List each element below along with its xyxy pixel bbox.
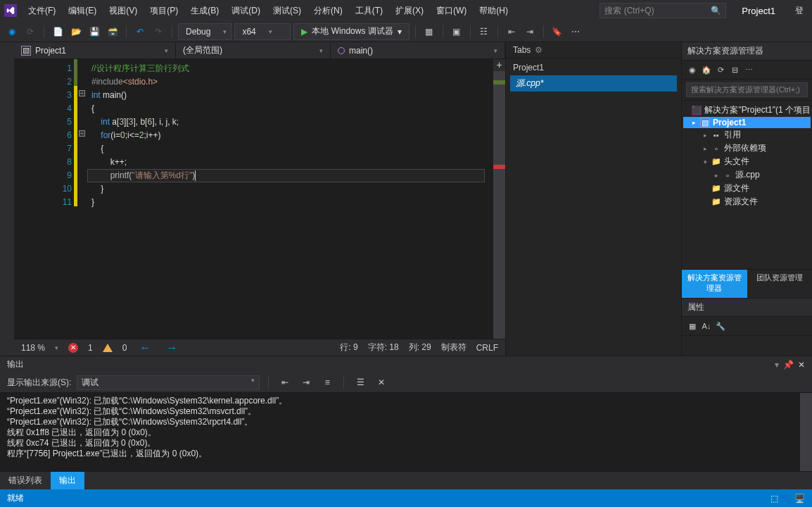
menu-工具(T)[interactable]: 工具(T) [350,2,388,20]
platform-dropdown[interactable]: x64▾ [234,23,291,40]
line-number: 9 [14,169,72,182]
out-tb-3[interactable]: ≡ [319,375,335,390]
back-nav-icon[interactable]: ◉ [4,24,20,39]
props-az-icon[interactable]: A↓ [700,320,713,332]
tree-resources[interactable]: 📁资源文件 [683,195,811,208]
warning-icon[interactable] [103,344,113,352]
menu-帮助(H)[interactable]: 帮助(H) [474,2,514,20]
tree-project[interactable]: ▸▧Project1 [683,117,811,128]
output-dropdown-icon[interactable]: ▾ [775,360,779,370]
side-tab-explorer[interactable]: 解决方案资源管理器 [682,270,747,298]
pin-icon[interactable]: 📌 [783,360,794,370]
tb-indent-r[interactable]: ⇥ [522,24,538,39]
editor-nav-project[interactable]: ▧ Project1 ▾ [14,42,176,58]
tree-source-file[interactable]: ▸▫源.cpp [683,168,811,182]
tree-solution[interactable]: ⬛解决方案"Project1"(1 个项目 [683,104,811,117]
save-all-icon[interactable]: 🗃️ [105,24,120,39]
status-icon[interactable]: 🖥️ [794,494,805,503]
out-tb-1[interactable]: ⇤ [277,375,293,390]
login-button[interactable]: 登 [791,5,808,17]
tree-refs[interactable]: ▸▪▪引用 [683,128,811,142]
side-tab-team[interactable]: 团队资源管理 [747,270,813,298]
code-line[interactable]: #include<stdio.h> [91,75,493,89]
output-scrollbar[interactable] [800,393,812,471]
close-icon[interactable]: ✕ [798,360,805,370]
open-icon[interactable]: 📂 [68,24,84,39]
output-toolbar: 显示输出来源(S): 调试 ⇤ ⇥ ≡ ☰ ✕ [0,373,812,393]
code-content[interactable]: //设计程序计算三阶行列式#include<stdio.h>int main()… [87,59,493,339]
undo-icon[interactable]: ↶ [132,24,148,39]
fold-toggle[interactable]: − [79,130,85,137]
editor-nav-scope[interactable]: (全局范围) ▾ [176,42,331,58]
start-debug-button[interactable]: ▶ 本地 Windows 调试器 ▾ [293,23,409,40]
fold-toggle[interactable]: − [79,90,85,96]
out-tb-clear[interactable]: ✕ [374,375,389,390]
code-line[interactable]: int a[3][3], b[6], i, j, k; [91,115,493,129]
tree-ext[interactable]: ▸▫外部依赖项 [683,142,811,155]
tab-output[interactable]: 输出 [51,472,84,489]
menu-生成(B)[interactable]: 生成(B) [185,2,224,20]
tb-indent-l[interactable]: ⇤ [504,24,519,39]
tree-headers[interactable]: ▾📁头文件 [683,155,811,168]
sync-icon[interactable]: ⟳ [714,63,727,76]
code-line[interactable]: } [91,196,493,209]
nav-fwd-icon[interactable]: → [163,342,180,354]
code-line[interactable]: k++; [91,156,493,169]
save-icon[interactable]: 💾 [87,24,102,39]
props-wrench-icon[interactable]: 🔧 [714,320,727,332]
menu-扩展(X)[interactable]: 扩展(X) [390,2,429,20]
nav-back-icon[interactable]: ← [137,342,153,354]
tabs-project[interactable]: Project1 [510,61,677,74]
tb-misc-2[interactable]: ▣ [449,24,464,39]
tabs-title: Tabs [513,45,531,55]
tb-comment[interactable]: ⋯ [568,24,583,39]
code-line[interactable]: printf("请输入第%d行") [91,169,493,182]
menu-测试(S)[interactable]: 测试(S) [267,2,307,20]
collapse-icon[interactable]: ⊟ [728,63,741,76]
menu-项目(P)[interactable]: 项目(P) [144,2,184,20]
tabs-panel: Tabs ⚙ Project1 源.cpp* [505,42,681,356]
line-number: 3 [14,89,72,102]
status-icon[interactable]: 🐾 [781,494,792,503]
menu-编辑(E)[interactable]: 编辑(E) [63,2,102,20]
config-dropdown[interactable]: Debug▾ [178,23,231,40]
code-line[interactable]: for(i=0;i<=2;i++) [91,129,493,142]
new-file-icon[interactable]: 📄 [50,24,65,39]
tabs-active-file[interactable]: 源.cpp* [510,75,677,92]
out-tb-2[interactable]: ⇥ [298,375,314,390]
home-icon[interactable]: ◉ [686,63,699,76]
search-box[interactable]: 搜索 (Ctrl+Q) 🔍 [600,3,726,18]
menu-视图(V)[interactable]: 视图(V) [103,2,143,20]
tab-error-list[interactable]: 错误列表 [0,472,51,489]
status-char: 字符: 18 [368,342,399,353]
menu-窗口(W)[interactable]: 窗口(W) [431,2,472,20]
menu-调试(D)[interactable]: 调试(D) [226,2,266,20]
tb-misc-3[interactable]: ☷ [476,24,492,39]
code-line[interactable]: //设计程序计算三阶行列式 [91,62,493,75]
output-source-dropdown[interactable]: 调试 [77,375,260,390]
props-cat-icon[interactable]: ▦ [686,320,699,332]
tree-sources[interactable]: 📁源文件 [683,182,811,195]
error-icon[interactable]: ✕ [68,343,78,353]
explorer-search[interactable]: 搜索解决方案资源管理器(Ctrl+;) [682,80,812,101]
code-line[interactable]: } [91,182,493,196]
zoom-level[interactable]: 118 % [21,343,45,353]
menu-分析(N)[interactable]: 分析(N) [308,2,348,20]
tb-bookmark[interactable]: 🔖 [550,24,565,39]
split-icon[interactable]: + [493,59,505,71]
gear-icon[interactable]: ⚙ [535,45,543,55]
editor-nav-func[interactable]: main() ▾ [331,42,505,58]
out-tb-4[interactable]: ☰ [353,375,368,390]
tb-misc-1[interactable]: ▦ [421,24,437,39]
editor-scrollbar[interactable]: + [493,59,505,339]
code-editor[interactable]: 1234567891011 − − //设计程序计算三阶行列式#include<… [14,59,505,339]
code-line[interactable]: int main() [91,89,493,102]
code-line[interactable]: { [91,142,493,156]
code-line[interactable]: { [91,102,493,115]
output-body[interactable]: “Project1.exe”(Win32): 已加载“C:\Windows\Sy… [0,393,812,471]
menu-文件(F)[interactable]: 文件(F) [23,2,61,20]
more-icon[interactable]: ⋯ [742,63,755,76]
home-icon[interactable]: 🏠 [700,63,713,76]
status-icon[interactable]: ⬚ [770,494,778,503]
output-line: “Project1.exe”(Win32): 已加载“C:\Windows\Sy… [7,417,805,427]
